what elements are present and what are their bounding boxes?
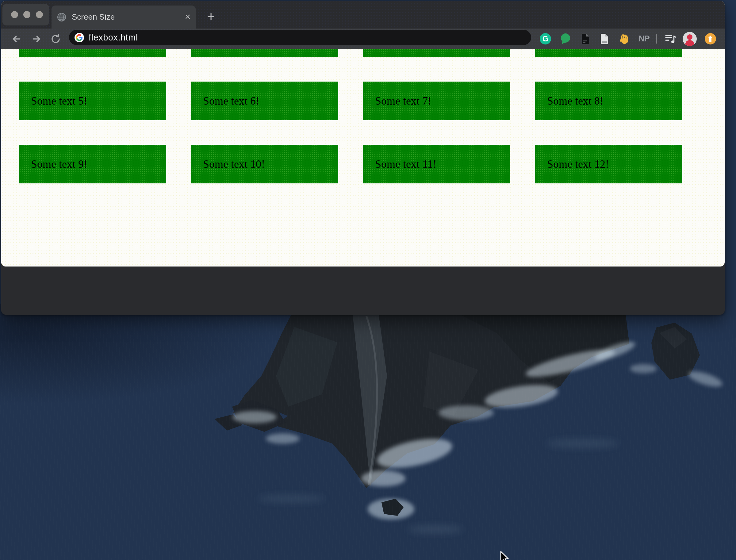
mouse-cursor [500, 551, 512, 560]
traffic-light-zone [2, 4, 49, 25]
flex-item-10: Some text 10! [191, 145, 338, 183]
url-text[interactable]: flexbox.html [89, 30, 138, 45]
np-extension-icon[interactable]: NP [637, 29, 651, 49]
minimize-window-button[interactable] [23, 11, 30, 18]
green-bubble-extension-icon[interactable] [560, 29, 571, 49]
new-tab-button[interactable]: + [204, 10, 218, 24]
flex-item-8: Some text 8! [535, 82, 682, 120]
grammarly-extension-icon[interactable]: G [540, 29, 551, 49]
back-icon[interactable] [11, 33, 23, 45]
avatar [683, 32, 697, 46]
dark-document-extension-icon[interactable] [580, 29, 591, 49]
grammarly-g-glyph: G [540, 33, 551, 44]
np-label: NP [638, 34, 650, 44]
flex-item-12: Some text 12! [535, 145, 682, 183]
forward-icon[interactable] [30, 33, 42, 45]
google-favicon-icon [75, 33, 84, 42]
tab-bar: Screen Size × + [1, 1, 725, 29]
toolbar: flexbox.html G [1, 29, 725, 49]
browser-window: Screen Size × + fle [1, 1, 725, 315]
tab-title: Screen Size [72, 6, 115, 29]
media-queue-extension-icon[interactable] [665, 29, 677, 49]
address-bar[interactable]: flexbox.html [69, 30, 531, 45]
zoom-window-button[interactable] [36, 11, 43, 18]
wave-texture [0, 315, 736, 560]
update-arrow-icon [705, 33, 716, 44]
flex-item-11: Some text 11! [363, 145, 510, 183]
profile-avatar-icon[interactable] [683, 29, 697, 49]
flex-item-9: Some text 9! [19, 145, 166, 183]
browser-update-icon[interactable] [705, 29, 716, 49]
flex-item-6: Some text 6! [191, 82, 338, 120]
globe-favicon-icon [57, 13, 66, 22]
refresh-icon[interactable] [50, 33, 62, 45]
toolbar-divider [656, 34, 657, 44]
light-document-extension-icon[interactable] [599, 29, 610, 49]
hand-wave-extension-icon[interactable] [619, 29, 630, 49]
flex-item-7: Some text 7! [363, 82, 510, 120]
flex-item-5: Some text 5! [19, 82, 166, 120]
active-tab[interactable]: Screen Size × [52, 6, 196, 29]
tab-close-icon[interactable]: × [182, 6, 194, 29]
close-window-button[interactable] [11, 11, 18, 18]
